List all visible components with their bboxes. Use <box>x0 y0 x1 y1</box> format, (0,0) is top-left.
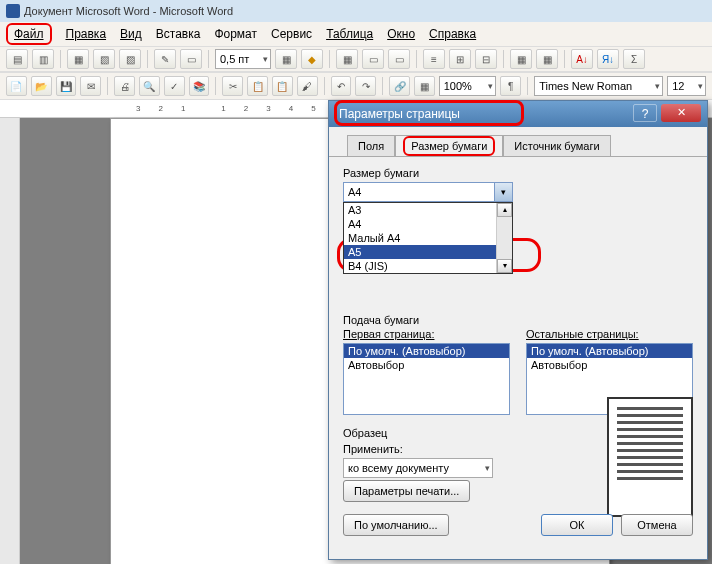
copy-icon[interactable]: 📋 <box>247 76 268 96</box>
separator <box>215 77 216 95</box>
close-button[interactable]: ✕ <box>661 104 701 122</box>
tab-fields[interactable]: Поля <box>347 135 395 156</box>
separator <box>382 77 383 95</box>
cancel-button[interactable]: Отмена <box>621 514 693 536</box>
menu-edit[interactable]: Правка <box>66 27 107 41</box>
tray-auto[interactable]: Автовыбор <box>344 358 509 372</box>
tbtn-generic[interactable]: ▤ <box>6 49 28 69</box>
menu-insert[interactable]: Вставка <box>156 27 201 41</box>
open-icon[interactable]: 📂 <box>31 76 52 96</box>
tbtn-generic[interactable]: ▭ <box>180 49 202 69</box>
save-icon[interactable]: 💾 <box>56 76 77 96</box>
cut-icon[interactable]: ✂ <box>222 76 243 96</box>
paste-icon[interactable]: 📋 <box>272 76 293 96</box>
tbtn-autofit[interactable]: ▦ <box>510 49 532 69</box>
tbtn-fill[interactable]: ◆ <box>301 49 323 69</box>
dropdown-scrollbar[interactable]: ▴ ▾ <box>496 203 512 273</box>
separator <box>60 50 61 68</box>
zoom-combo[interactable]: 100% <box>439 76 497 96</box>
tbtn-dist[interactable]: ⊞ <box>449 49 471 69</box>
tbtn-hide[interactable]: ▦ <box>536 49 558 69</box>
tab-paper-source[interactable]: Источник бумаги <box>503 135 610 156</box>
option-a3[interactable]: A3 <box>344 203 512 217</box>
separator <box>329 50 330 68</box>
tbtn-table[interactable]: ▦ <box>336 49 358 69</box>
print-options-button[interactable]: Параметры печати... <box>343 480 470 502</box>
spell-icon[interactable]: ✓ <box>164 76 185 96</box>
tbtn-merge[interactable]: ▭ <box>362 49 384 69</box>
tbtn-align[interactable]: ≡ <box>423 49 445 69</box>
menu-window[interactable]: Окно <box>387 27 415 41</box>
menubar: Файл Правка Вид Вставка Формат Сервис Та… <box>0 22 712 46</box>
vertical-ruler <box>0 118 20 564</box>
dialog-body: Размер бумаги A4 ▾ A3 A4 Малый A4 A5 B4 … <box>329 156 707 546</box>
tray-default[interactable]: По умолч. (Автовыбор) <box>344 344 509 358</box>
menu-format[interactable]: Формат <box>214 27 257 41</box>
mail-icon[interactable]: ✉ <box>80 76 101 96</box>
font-name-combo[interactable]: Times New Roman <box>534 76 663 96</box>
tray-default[interactable]: По умолч. (Автовыбор) <box>527 344 692 358</box>
first-page-tray-list[interactable]: По умолч. (Автовыбор) Автовыбор <box>343 343 510 415</box>
option-a4[interactable]: A4 <box>344 217 512 231</box>
separator <box>147 50 148 68</box>
undo-icon[interactable]: ↶ <box>331 76 352 96</box>
apply-to-label: Применить: <box>343 443 493 455</box>
tbtn-split[interactable]: ▭ <box>388 49 410 69</box>
link-icon[interactable]: 🔗 <box>389 76 410 96</box>
tbtn-generic[interactable]: ✎ <box>154 49 176 69</box>
dialog-titlebar[interactable]: Параметры страницы ? ✕ <box>329 101 707 127</box>
default-button[interactable]: По умолчанию... <box>343 514 449 536</box>
scroll-down-icon[interactable]: ▾ <box>497 259 512 273</box>
menu-file[interactable]: Файл <box>6 23 52 45</box>
tbtn-generic[interactable]: ▧ <box>93 49 115 69</box>
help-button[interactable]: ? <box>633 104 657 122</box>
menu-table[interactable]: Таблица <box>326 27 373 41</box>
app-title: Документ Microsoft Word - Microsoft Word <box>24 5 233 17</box>
tbtn-sum[interactable]: Σ <box>623 49 645 69</box>
menu-view[interactable]: Вид <box>120 27 142 41</box>
tbtn-border[interactable]: ▦ <box>275 49 297 69</box>
scroll-up-icon[interactable]: ▴ <box>497 203 512 217</box>
paper-feed-label: Подача бумаги <box>343 314 693 326</box>
tbtn-generic[interactable]: ▦ <box>67 49 89 69</box>
dropdown-arrow-icon[interactable]: ▾ <box>494 183 512 201</box>
dialog-title: Параметры страницы <box>339 107 460 121</box>
tbtn-generic[interactable]: ▨ <box>119 49 141 69</box>
paper-size-dropdown[interactable]: A4 ▾ A3 A4 Малый A4 A5 B4 (JIS) ▴ ▾ <box>343 182 513 202</box>
para-icon[interactable]: ¶ <box>500 76 521 96</box>
menu-tools[interactable]: Сервис <box>271 27 312 41</box>
tray-auto[interactable]: Автовыбор <box>527 358 692 372</box>
separator <box>564 50 565 68</box>
ok-button[interactable]: ОК <box>541 514 613 536</box>
table-icon[interactable]: ▦ <box>414 76 435 96</box>
option-a5[interactable]: A5 <box>344 245 512 259</box>
tbtn-generic[interactable]: ▥ <box>32 49 54 69</box>
new-icon[interactable]: 📄 <box>6 76 27 96</box>
research-icon[interactable]: 📚 <box>189 76 210 96</box>
separator <box>416 50 417 68</box>
toolbar-2: 📄 📂 💾 ✉ 🖨 🔍 ✓ 📚 ✂ 📋 📋 🖌 ↶ ↷ 🔗 ▦ 100% ¶ T… <box>0 72 712 100</box>
dialog-tabs: Поля Размер бумаги Источник бумаги <box>329 127 707 156</box>
preview-pane <box>607 397 693 517</box>
paper-size-label: Размер бумаги <box>343 167 693 179</box>
format-painter-icon[interactable]: 🖌 <box>297 76 318 96</box>
print-icon[interactable]: 🖨 <box>114 76 135 96</box>
titlebar: Документ Microsoft Word - Microsoft Word <box>0 0 712 22</box>
tbtn-sort-desc[interactable]: Я↓ <box>597 49 619 69</box>
font-size-combo[interactable]: 12 <box>667 76 706 96</box>
preview-icon[interactable]: 🔍 <box>139 76 160 96</box>
first-page-label: Первая страница: <box>343 328 510 340</box>
option-small-a4[interactable]: Малый A4 <box>344 231 512 245</box>
tbtn-sort-asc[interactable]: A↓ <box>571 49 593 69</box>
line-spacing-combo[interactable]: 0,5 пт <box>215 49 271 69</box>
paper-size-options: A3 A4 Малый A4 A5 B4 (JIS) ▴ ▾ <box>343 202 513 274</box>
toolbar-1: ▤ ▥ ▦ ▧ ▨ ✎ ▭ 0,5 пт ▦ ◆ ▦ ▭ ▭ ≡ ⊞ ⊟ ▦ ▦… <box>0 46 712 72</box>
option-b4[interactable]: B4 (JIS) <box>344 259 512 273</box>
redo-icon[interactable]: ↷ <box>355 76 376 96</box>
tab-paper-size[interactable]: Размер бумаги <box>395 135 503 156</box>
tbtn-dist[interactable]: ⊟ <box>475 49 497 69</box>
other-pages-label: Остальные страницы: <box>526 328 693 340</box>
separator <box>324 77 325 95</box>
apply-to-combo[interactable]: ко всему документу <box>343 458 493 478</box>
menu-help[interactable]: Справка <box>429 27 476 41</box>
